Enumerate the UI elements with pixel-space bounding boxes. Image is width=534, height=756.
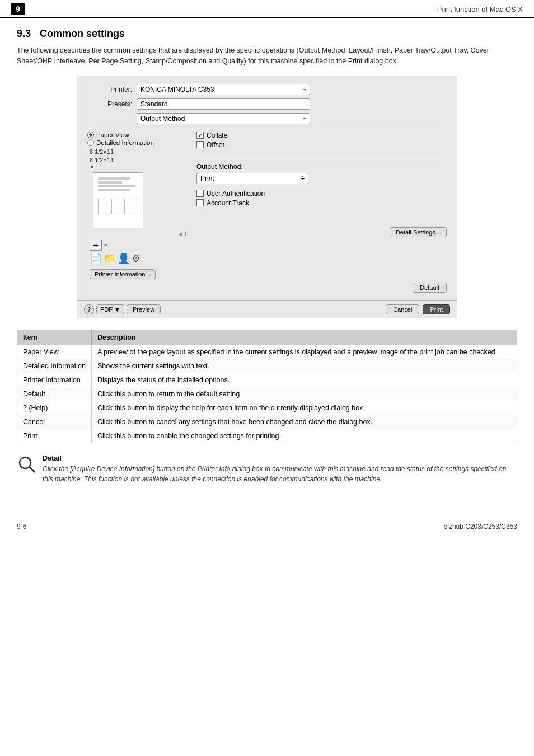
table-row: ? (Help)Click this button to display the… <box>17 401 517 415</box>
help-button[interactable]: ? <box>84 304 94 314</box>
preview-table <box>98 199 138 214</box>
printer-info-button[interactable]: Printer Information... <box>90 269 156 279</box>
detailed-info-radio-button <box>87 139 94 146</box>
detailed-info-radio[interactable]: Detailed Information <box>87 139 191 146</box>
offset-label: Offset <box>207 141 224 149</box>
printer-row: Printer: KONICA MINOLTA C353 ÷ <box>87 84 447 95</box>
table-cell-item: Detailed Information <box>17 359 92 373</box>
table-cell-description: Shows the current settings with text. <box>91 359 517 373</box>
table-cell-item: Default <box>17 387 92 401</box>
detail-title: Detail <box>43 454 517 462</box>
page-header: 9 Print function of Mac OS X <box>0 0 534 18</box>
paper-view-radio[interactable]: Paper View <box>87 132 191 138</box>
section-title: Common settings <box>40 28 125 40</box>
table-cell-description: Displays the status of the installed opt… <box>91 373 517 387</box>
header-title: Print function of Mac OS X <box>437 5 523 13</box>
collate-checkbox-item[interactable]: ✓ Collate <box>196 132 447 139</box>
table-cell-description: A preview of the page layout as specifie… <box>91 345 517 359</box>
table-cell-item: Printer Information <box>17 373 92 387</box>
user-auth-checkbox[interactable] <box>196 190 204 197</box>
table-row: Detailed InformationShows the current se… <box>17 359 517 373</box>
settings-icon: ⚙ <box>132 252 140 265</box>
presets-label: Presets: <box>87 100 132 108</box>
checkbox-group-top: ✓ Collate Offset <box>196 132 447 149</box>
default-button[interactable]: Default <box>413 283 447 293</box>
paper-size-2: 8 1/2×11 ▼ <box>87 157 191 170</box>
dialog-footer: ? PDF ▼ Preview Cancel Print <box>77 300 457 318</box>
table-cell-item: Paper View <box>17 345 92 359</box>
account-track-checkbox-item[interactable]: Account Track <box>196 199 447 207</box>
output-method-field-label: Output Method: <box>196 163 447 171</box>
dialog-left-panel: Paper View Detailed Information 8 1/2×11… <box>87 132 191 279</box>
footer-product-name: bizhub C203/C253/C353 <box>444 523 517 530</box>
auth-section: User Authentication Account Track <box>196 190 447 207</box>
printer-label: Printer: <box>87 86 132 93</box>
offset-checkbox[interactable] <box>196 141 204 148</box>
table-cell-description: Click this button to cancel any settings… <box>91 415 517 429</box>
detail-settings-button[interactable]: Detail Settings... <box>390 227 447 237</box>
account-track-label: Account Track <box>207 199 249 207</box>
search-icon <box>17 454 37 478</box>
detail-note: Detail Click the [Acquire Device Informa… <box>17 454 517 484</box>
paper-preview-thumbnail <box>93 172 143 228</box>
presets-select[interactable]: Standard ÷ <box>137 98 310 110</box>
detail-text-block: Detail Click the [Acquire Device Informa… <box>43 454 517 484</box>
folder-icon: 📁 <box>104 252 116 265</box>
print-button[interactable]: Print <box>423 304 450 314</box>
person-icon: 👤 <box>118 252 130 265</box>
cancel-button[interactable]: Cancel <box>386 304 419 314</box>
page-number: 9 <box>11 3 25 15</box>
section-num: 9.3 <box>17 28 31 40</box>
presets-value: Standard <box>140 100 168 108</box>
info-table: Item Description Paper ViewA preview of … <box>17 330 517 443</box>
x1-label: x 1 <box>87 231 191 237</box>
table-cell-item: ? (Help) <box>17 401 92 415</box>
detailed-info-label: Detailed Information <box>96 139 154 146</box>
footer-right-controls: Cancel Print <box>386 304 450 314</box>
document-icon: 📄 <box>90 252 102 265</box>
print-dialog: Printer: KONICA MINOLTA C353 ÷ Presets: … <box>77 76 457 318</box>
footer-left-controls: ? PDF ▼ Preview <box>84 304 161 314</box>
table-row: DefaultClick this button to return to th… <box>17 387 517 401</box>
dialog-divider-1 <box>87 128 447 128</box>
table-row: Paper ViewA preview of the page layout a… <box>17 345 517 359</box>
dialog-body: Paper View Detailed Information 8 1/2×11… <box>87 132 447 279</box>
user-auth-checkbox-item[interactable]: User Authentication <box>196 190 447 198</box>
collate-checkbox[interactable]: ✓ <box>196 132 204 139</box>
printer-value: KONICA MINOLTA C353 <box>140 86 214 93</box>
output-method-dropdown-arrow: ÷ <box>301 175 305 182</box>
table-header-description: Description <box>91 330 517 345</box>
preview-button[interactable]: Preview <box>127 304 161 314</box>
preview-line-4 <box>98 189 130 191</box>
icon-row-2: 📄 📁 👤 ⚙ <box>87 252 191 265</box>
intro-paragraph: The following describes the common setti… <box>17 45 517 67</box>
table-cell-description: Click this button to enable the changed … <box>91 429 517 443</box>
print-queue-icon[interactable]: ➡ <box>90 240 102 251</box>
output-method-row: Output Method ÷ <box>87 113 447 124</box>
table-cell-description: Click this button to display the help fo… <box>91 401 517 415</box>
output-method-select[interactable]: Output Method ÷ <box>137 113 310 124</box>
table-cell-description: Click this button to return to the defau… <box>91 387 517 401</box>
output-method-arrow-icon: ÷ <box>303 115 307 121</box>
output-method-dropdown[interactable]: Print ÷ <box>196 173 308 184</box>
presets-row: Presets: Standard ÷ <box>87 98 447 110</box>
output-method-value: Output Method <box>140 115 185 123</box>
account-track-checkbox[interactable] <box>196 199 204 206</box>
user-auth-label: User Authentication <box>207 190 265 198</box>
main-content: 9.3 Common settings The following descri… <box>0 18 534 495</box>
paper-size-1: 8 1/2×11 <box>87 148 191 155</box>
table-row: CancelClick this button to cancel any se… <box>17 415 517 429</box>
pdf-button[interactable]: PDF ▼ <box>96 304 124 314</box>
output-method-dropdown-value: Print <box>200 175 214 182</box>
table-cell-item: Print <box>17 429 92 443</box>
table-header-item: Item <box>17 330 92 345</box>
detail-body: Click the [Acquire Device Information] b… <box>43 464 517 484</box>
collate-label: Collate <box>207 132 227 139</box>
table-row: PrintClick this button to enable the cha… <box>17 429 517 443</box>
presets-arrow-icon: ÷ <box>303 101 307 107</box>
section-heading: 9.3 Common settings <box>17 28 517 40</box>
offset-checkbox-item[interactable]: Offset <box>196 141 447 149</box>
preview-line-2 <box>98 181 122 184</box>
printer-select[interactable]: KONICA MINOLTA C353 ÷ <box>137 84 310 95</box>
table-cell-item: Cancel <box>17 415 92 429</box>
